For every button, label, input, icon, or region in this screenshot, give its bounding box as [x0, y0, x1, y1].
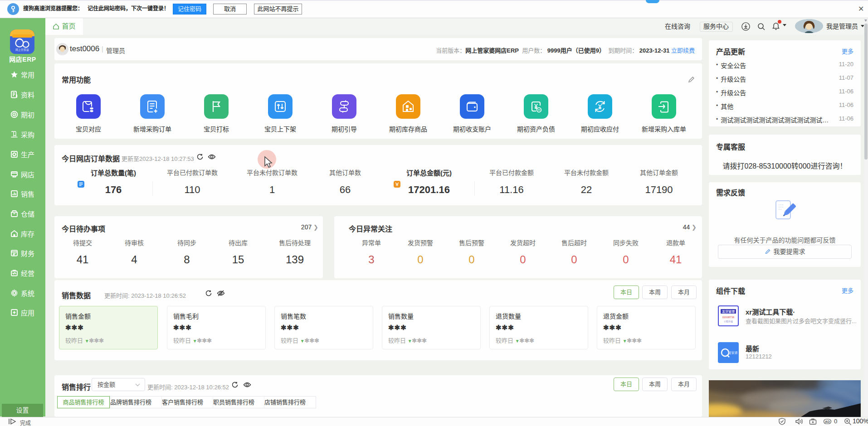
- svg-text:02008736: 02008736: [722, 316, 735, 319]
- svg-text:发货管理: 发货管理: [722, 310, 735, 314]
- svg-text:AD: AD: [825, 420, 830, 424]
- svg-text:网上管家婆: 网上管家婆: [15, 48, 29, 52]
- svg-text:管家婆: 管家婆: [728, 351, 738, 355]
- svg-text:小程序端: 小程序端: [724, 320, 733, 323]
